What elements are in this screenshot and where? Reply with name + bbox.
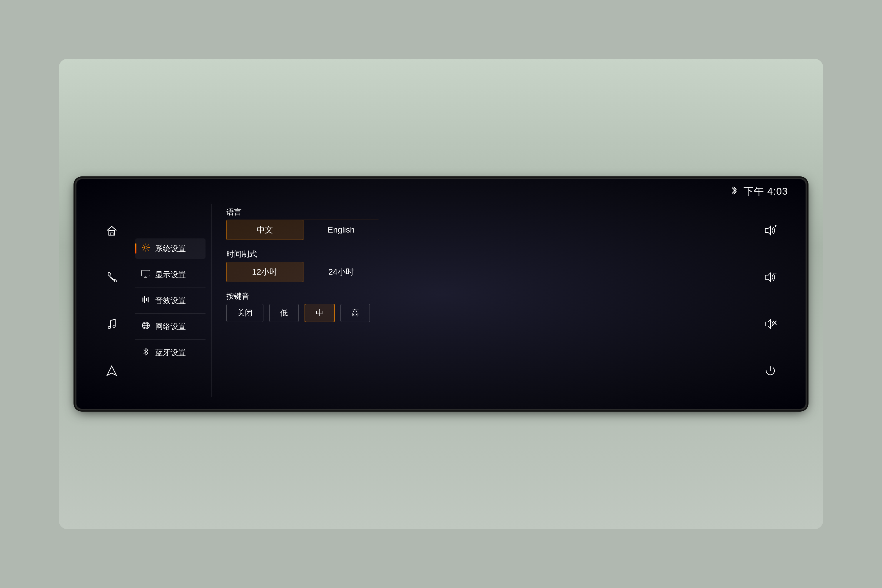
display-settings-icon — [141, 270, 150, 280]
main-content: 系统设置 显示设置 — [76, 198, 806, 409]
svg-marker-26 — [765, 320, 771, 328]
svg-marker-7 — [107, 366, 116, 375]
keytone-section: 按键音 关闭 低 中 高 — [226, 291, 738, 322]
right-sidebar — [753, 204, 788, 397]
language-english-btn[interactable]: English — [303, 220, 379, 240]
time-display: 下午 4:03 — [744, 184, 788, 198]
power-icon[interactable] — [762, 362, 779, 380]
time-format-toggle-group: 12小时 24小时 — [226, 262, 379, 282]
menu-label-system: 系统设置 — [155, 243, 186, 254]
menu-label-display: 显示设置 — [155, 270, 186, 280]
svg-line-3 — [111, 319, 115, 321]
mute-icon[interactable] — [762, 315, 779, 333]
menu-item-network[interactable]: 网络设置 — [135, 316, 206, 336]
left-sidebar — [94, 204, 129, 397]
time-format-section: 时间制式 12小时 24小时 — [226, 249, 738, 282]
keytone-title: 按键音 — [226, 291, 738, 302]
divider-1 — [135, 262, 206, 262]
menu-label-bluetooth: 蓝牙设置 — [155, 348, 186, 358]
svg-marker-21 — [765, 226, 771, 235]
menu-label-audio: 音效设置 — [155, 296, 186, 306]
keytone-group: 关闭 低 中 高 — [226, 304, 738, 322]
keytone-off-btn[interactable]: 关闭 — [226, 304, 263, 322]
divider-3 — [135, 314, 206, 314]
volume-down-icon[interactable] — [762, 268, 779, 286]
keytone-low-btn[interactable]: 低 — [269, 304, 299, 322]
home-icon[interactable] — [103, 222, 120, 239]
time-format-title: 时间制式 — [226, 249, 738, 259]
keytone-high-btn[interactable]: 高 — [340, 304, 370, 322]
menu-item-display[interactable]: 显示设置 — [135, 265, 206, 285]
language-toggle-group: 中文 English — [226, 220, 379, 240]
time-24h-btn[interactable]: 24小时 — [303, 262, 379, 282]
svg-rect-9 — [142, 270, 150, 276]
phone-icon[interactable] — [103, 268, 120, 286]
system-settings-icon — [141, 243, 150, 254]
audio-settings-icon — [141, 296, 150, 306]
menu-item-audio[interactable]: 音效设置 — [135, 291, 206, 310]
divider-2 — [135, 288, 206, 288]
music-icon[interactable] — [103, 315, 120, 333]
network-settings-icon — [141, 321, 150, 332]
time-12h-btn[interactable]: 12小时 — [226, 262, 303, 282]
menu-label-network: 网络设置 — [155, 321, 186, 332]
volume-up-icon[interactable] — [762, 222, 779, 239]
bluetooth-settings-icon — [141, 347, 150, 358]
bluetooth-status-icon — [730, 185, 738, 198]
divider-4 — [135, 339, 206, 340]
svg-marker-24 — [765, 273, 771, 282]
keytone-mid-btn[interactable]: 中 — [304, 304, 334, 322]
language-chinese-btn[interactable]: 中文 — [226, 220, 303, 240]
menu-item-system[interactable]: 系统设置 — [135, 238, 206, 259]
svg-point-8 — [144, 246, 147, 249]
car-display-bezel: 下午 4:03 — [76, 179, 806, 409]
status-bar-right: 下午 4:03 — [730, 184, 788, 198]
settings-panel: 语言 中文 English 时间制式 12小时 24小时 — [212, 204, 753, 397]
language-title: 语言 — [226, 207, 738, 217]
language-section: 语言 中文 English — [226, 207, 738, 240]
outer-frame: 下午 4:03 — [59, 59, 823, 529]
menu-panel: 系统设置 显示设置 — [129, 204, 212, 397]
menu-item-bluetooth[interactable]: 蓝牙设置 — [135, 342, 206, 363]
status-bar: 下午 4:03 — [76, 179, 806, 198]
navigation-icon[interactable] — [103, 362, 120, 380]
screen: 下午 4:03 — [76, 179, 806, 409]
